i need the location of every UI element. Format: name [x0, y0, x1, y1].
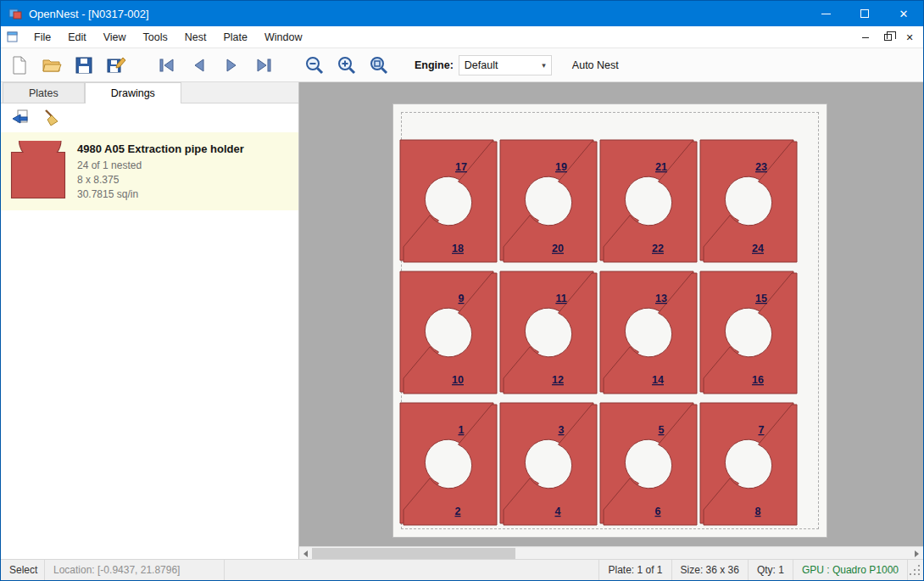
go-next-button[interactable] — [218, 52, 245, 79]
mdi-minimize-button[interactable] — [855, 29, 876, 46]
zoom-out-button[interactable] — [301, 52, 328, 79]
go-previous-icon — [189, 55, 209, 75]
nested-pair[interactable]: 15 16 — [699, 270, 799, 395]
document-icon — [7, 31, 20, 44]
open-button[interactable] — [38, 52, 65, 79]
nested-pair[interactable]: 17 18 — [398, 138, 498, 264]
save-icon — [74, 55, 94, 75]
menu-tools[interactable]: Tools — [135, 28, 176, 47]
minimize-icon — [821, 14, 831, 14]
status-size: Size: 36 x 36 — [672, 560, 749, 580]
horizontal-scrollbar[interactable] — [299, 546, 923, 559]
go-previous-button[interactable] — [186, 52, 213, 79]
part-thumbnail — [8, 141, 69, 202]
menu-file[interactable]: File — [25, 28, 59, 47]
part-number-top: 3 — [559, 424, 565, 436]
plate[interactable]: 17 18 19 20 21 22 23 24 9 10 11 12 13 14 — [392, 103, 827, 538]
new-document-button[interactable] — [6, 52, 33, 79]
scrollbar-thumb[interactable] — [312, 548, 515, 559]
resize-grip[interactable] — [908, 560, 923, 580]
panel-toolbar — [1, 103, 298, 132]
save-button[interactable] — [70, 52, 97, 79]
send-to-plates-icon — [9, 108, 30, 128]
nested-pair[interactable]: 11 12 — [498, 270, 598, 395]
mdi-minimize-icon — [862, 37, 869, 38]
status-gpu: GPU : Quadro P1000 — [793, 560, 908, 580]
zoom-fit-icon — [369, 55, 389, 75]
go-first-button[interactable] — [153, 52, 181, 79]
maximize-button[interactable] — [845, 1, 884, 26]
drawing-title: 4980 A05 Extraction pipe holder — [77, 142, 244, 155]
part-number-top: 21 — [655, 161, 667, 173]
part-number-bottom: 18 — [452, 243, 464, 254]
zoom-in-icon — [337, 55, 357, 75]
nested-pair[interactable]: 1 2 — [398, 401, 498, 527]
main-toolbar: Engine: Default ▾ Auto Nest — [1, 48, 923, 82]
clean-button[interactable] — [40, 107, 64, 129]
part-number-bottom: 6 — [655, 506, 661, 517]
nested-pair[interactable]: 19 20 — [498, 138, 598, 264]
menu-view[interactable]: View — [95, 28, 135, 47]
drawing-area: 30.7815 sq/in — [77, 187, 244, 201]
mdi-restore-icon — [884, 34, 892, 41]
close-button[interactable]: ✕ — [884, 1, 923, 26]
tab-plates[interactable]: Plates — [3, 82, 85, 103]
status-qty: Qty: 1 — [749, 560, 793, 580]
part-number-top: 23 — [755, 161, 767, 173]
zoom-fit-button[interactable] — [365, 52, 392, 79]
go-first-icon — [157, 55, 177, 75]
scroll-left-icon — [303, 550, 308, 557]
panel-tabs: Plates Drawings — [1, 82, 298, 103]
title-bar: OpenNest - [N0317-002] ✕ — [1, 1, 923, 26]
status-location: Location: [-0.9437, 21.8796] — [45, 560, 225, 580]
menu-edit[interactable]: Edit — [59, 28, 95, 47]
new-document-icon — [9, 55, 30, 75]
nested-pair[interactable]: 13 14 — [598, 270, 699, 395]
nested-pair[interactable]: 23 24 — [699, 138, 799, 264]
drawing-nested-count: 24 of 1 nested — [77, 159, 244, 172]
part-number-bottom: 12 — [552, 374, 564, 386]
tab-drawings[interactable]: Drawings — [85, 82, 181, 103]
open-folder-icon — [42, 55, 62, 75]
status-bar: Select Location: [-0.9437, 21.8796] Plat… — [1, 559, 923, 580]
scroll-right-button[interactable] — [910, 547, 923, 560]
go-last-button[interactable] — [250, 52, 277, 79]
clean-brush-icon — [42, 108, 62, 128]
menu-window[interactable]: Window — [256, 28, 310, 47]
mdi-close-button[interactable]: ✕ — [899, 29, 920, 46]
part-number-bottom: 2 — [455, 506, 461, 517]
menu-nest[interactable]: Nest — [176, 28, 215, 47]
engine-select[interactable]: Default ▾ — [459, 55, 552, 75]
nest-row: 17 18 19 20 21 22 23 24 — [398, 138, 799, 264]
status-mode: Select — [1, 560, 45, 580]
menu-plate[interactable]: Plate — [214, 28, 256, 47]
drawing-list-item[interactable]: 4980 A05 Extraction pipe holder 24 of 1 … — [1, 132, 298, 210]
window-title: OpenNest - [N0317-002] — [29, 8, 149, 20]
engine-value: Default — [465, 59, 498, 71]
zoom-in-button[interactable] — [333, 52, 360, 79]
auto-nest-button[interactable]: Auto Nest — [567, 56, 624, 75]
nest-row: 9 10 11 12 13 14 15 16 — [398, 270, 799, 395]
send-to-plates-button[interactable] — [8, 107, 31, 129]
part-number-top: 1 — [459, 424, 465, 436]
scroll-right-icon — [915, 550, 919, 557]
scroll-left-button[interactable] — [299, 547, 312, 560]
nested-pair[interactable]: 9 10 — [398, 270, 498, 395]
mdi-restore-button[interactable] — [877, 29, 898, 46]
nest-grid: 17 18 19 20 21 22 23 24 9 10 11 12 13 14 — [398, 138, 799, 533]
minimize-button[interactable] — [806, 1, 845, 26]
zoom-out-icon — [304, 55, 325, 75]
chevron-down-icon: ▾ — [542, 61, 546, 70]
nested-pair[interactable]: 3 4 — [498, 401, 598, 527]
nested-pair[interactable]: 21 22 — [598, 138, 699, 264]
save-as-button[interactable] — [103, 52, 130, 79]
part-number-bottom: 20 — [552, 243, 564, 254]
nest-canvas[interactable]: 17 18 19 20 21 22 23 24 9 10 11 12 13 14 — [299, 82, 923, 546]
go-next-icon — [221, 55, 242, 75]
nested-pair[interactable]: 7 8 — [699, 401, 799, 527]
nested-pair[interactable]: 5 6 — [598, 401, 699, 527]
part-number-top: 7 — [759, 424, 765, 436]
part-number-bottom: 22 — [652, 243, 664, 254]
save-as-icon — [106, 55, 126, 75]
app-window: OpenNest - [N0317-002] ✕ File Edit View … — [0, 0, 924, 581]
